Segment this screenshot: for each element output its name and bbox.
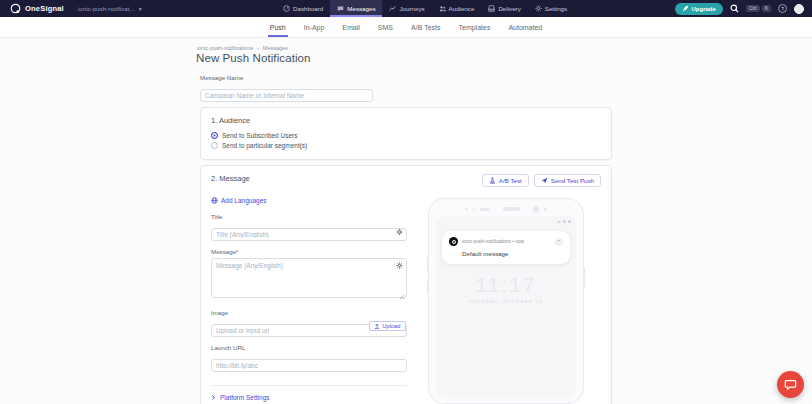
- upload-label: Upload: [382, 323, 400, 329]
- send-test-push-button[interactable]: Send Test Push: [534, 174, 601, 187]
- nav-label: Dashboard: [293, 5, 323, 12]
- nav-item-messages[interactable]: Messages: [330, 0, 382, 17]
- breadcrumb-messages[interactable]: Messages: [263, 45, 288, 51]
- tab-push[interactable]: Push: [268, 17, 288, 37]
- gear-icon[interactable]: [396, 262, 403, 269]
- resize-handle-icon[interactable]: [399, 294, 405, 300]
- image-field-block: Image Upload: [211, 309, 407, 337]
- search-icon[interactable]: [730, 4, 739, 13]
- image-label: Image: [211, 309, 407, 316]
- chat-bubble-icon: [784, 378, 797, 391]
- notification-app-line: ionic-push-notifications • now: [462, 239, 551, 244]
- gear-icon[interactable]: [396, 229, 403, 236]
- ab-test-button[interactable]: A/B Test: [482, 174, 529, 187]
- status-bar-icons: [557, 220, 571, 223]
- tab-sms[interactable]: SMS: [376, 17, 395, 37]
- app-selector-label: ionic-push-notificat...: [78, 5, 135, 12]
- flask-icon: [489, 177, 496, 184]
- phone-top-bezel: [429, 205, 583, 213]
- user-avatar[interactable]: [794, 4, 804, 14]
- breadcrumb-separator: ›: [257, 45, 259, 51]
- help-button[interactable]: ?: [778, 4, 787, 13]
- add-languages-label: Add Languages: [221, 197, 267, 204]
- tab-automated[interactable]: Automated: [506, 17, 544, 37]
- tab-ab-tests[interactable]: A/B Tests: [409, 17, 442, 37]
- support-chat-button[interactable]: [777, 371, 804, 398]
- message-label: Message*: [211, 248, 407, 255]
- audience-icon: [439, 5, 446, 12]
- app-selector-dropdown[interactable]: ionic-push-notificat... ▼: [78, 5, 143, 12]
- title-label: Title: [211, 213, 407, 220]
- phone-screen: ionic-push-notifications • now ⌃ Default…: [436, 216, 576, 397]
- platform-settings-label: Platform Settings: [220, 394, 270, 401]
- help-label: ?: [781, 6, 784, 12]
- phone-volume-button: [427, 279, 429, 294]
- delivery-icon: [488, 5, 495, 12]
- push-preview-phone: ionic-push-notifications • now ⌃ Default…: [428, 198, 584, 404]
- divider: [211, 385, 407, 386]
- message-textarea[interactable]: [211, 258, 407, 298]
- lockscreen-date: TUESDAY, OCTOBER 14: [436, 299, 576, 304]
- radio-selected-icon: [211, 132, 218, 139]
- title-input[interactable]: [211, 228, 407, 241]
- message-actions: A/B Test Send Test Push: [482, 174, 601, 187]
- nav-label: Messages: [347, 5, 375, 12]
- message-field-block: Message*: [211, 248, 407, 302]
- phone-speaker: [503, 207, 520, 211]
- radio-send-to-subscribed[interactable]: Send to Subscribed Users: [211, 132, 601, 139]
- nav-label: Delivery: [498, 5, 520, 12]
- chevron-up-icon: ⌃: [555, 238, 563, 246]
- audience-heading: 1. Audience: [211, 116, 601, 125]
- nav-item-settings[interactable]: Settings: [528, 0, 574, 17]
- wifi-icon: [557, 220, 561, 223]
- message-name-input[interactable]: [200, 89, 373, 102]
- upload-button[interactable]: Upload: [369, 321, 405, 331]
- nav-label: Audience: [449, 5, 475, 12]
- settings-icon: [535, 5, 542, 12]
- phone-volume-button: [427, 257, 429, 272]
- radio-send-to-segments[interactable]: Send to particular segment(s): [211, 142, 601, 149]
- title-field-block: Title: [211, 213, 407, 241]
- messages-icon: [337, 5, 344, 12]
- breadcrumb-app[interactable]: ionic-push-notifications: [197, 45, 253, 51]
- top-navbar: OneSignal ionic-push-notificat... ▼ Dash…: [0, 0, 812, 17]
- onesignal-logo[interactable]: OneSignal: [0, 3, 64, 14]
- nav-item-delivery[interactable]: Delivery: [481, 0, 527, 17]
- required-asterisk: *: [236, 248, 238, 255]
- radio-label: Send to Subscribed Users: [222, 132, 298, 139]
- message-fields: Title Message* Image Upload: [211, 213, 407, 404]
- message-name-label: Message Name: [200, 74, 373, 81]
- breadcrumb: ionic-push-notifications › Messages: [197, 45, 288, 51]
- upgrade-label: Upgrade: [692, 6, 716, 12]
- caret-down-icon: ▼: [138, 6, 143, 12]
- launch-url-field-block: Launch URL: [211, 344, 407, 372]
- upgrade-button[interactable]: Upgrade: [675, 3, 723, 15]
- nav-item-audience[interactable]: Audience: [432, 0, 482, 17]
- phone-camera: [533, 206, 539, 212]
- notification-message: Default message: [462, 250, 563, 257]
- journeys-icon: [389, 5, 396, 12]
- tab-in-app[interactable]: In-App: [302, 17, 327, 37]
- signal-icon: [563, 220, 566, 223]
- radio-label: Send to particular segment(s): [222, 142, 307, 149]
- battery-icon: [568, 220, 571, 223]
- audience-card: 1. Audience Send to Subscribed Users Sen…: [200, 107, 612, 160]
- nav-item-journeys[interactable]: Journeys: [382, 0, 431, 17]
- tab-email[interactable]: Email: [340, 17, 362, 37]
- globe-icon: [211, 197, 218, 204]
- phone-power-button: [583, 267, 585, 289]
- page-title: New Push Notification: [196, 52, 311, 64]
- key-ctrl: Ctrl: [746, 5, 760, 12]
- brand-name: OneSignal: [25, 4, 64, 13]
- dashboard-icon: [283, 5, 290, 12]
- platform-settings-toggle[interactable]: Platform Settings: [211, 394, 270, 401]
- nav-item-dashboard[interactable]: Dashboard: [276, 0, 330, 17]
- key-k: K: [762, 5, 771, 12]
- add-languages-link[interactable]: Add Languages: [211, 197, 267, 204]
- tab-templates[interactable]: Templates: [456, 17, 492, 37]
- channel-tabs: Push In-App Email SMS A/B Tests Template…: [0, 17, 812, 38]
- ab-test-label: A/B Test: [499, 177, 522, 184]
- upload-icon: [374, 323, 380, 329]
- audience-options: Send to Subscribed Users Send to particu…: [211, 132, 601, 149]
- launch-url-input[interactable]: [211, 359, 407, 372]
